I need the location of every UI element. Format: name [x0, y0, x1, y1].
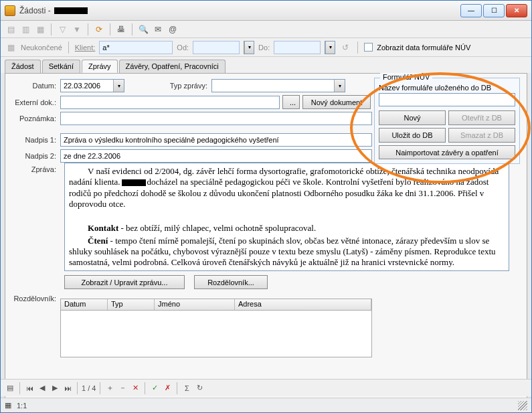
tab-strip: Žádost Setkání Zprávy Závěry, Opatření, … [1, 57, 531, 73]
rozdelovnik-label: Rozdělovník: [11, 295, 60, 303]
novy-dokument-button[interactable]: Nový dokument [302, 95, 371, 109]
filter-icon: ▽ [56, 23, 68, 35]
zprava-label: Zpráva: [11, 165, 60, 173]
col-typ[interactable]: Typ [108, 299, 155, 310]
klient-label[interactable]: Klient: [75, 44, 96, 52]
tab-zpravy[interactable]: Zprávy [82, 60, 118, 73]
nuv-title: Formulář NÚV [380, 73, 432, 81]
nadpis1-label: Nadpis 1: [11, 136, 60, 144]
nadpis1-input[interactable] [60, 133, 372, 147]
calendar-reset-icon[interactable]: ↺ [339, 42, 351, 54]
nav-sep: / [88, 384, 90, 392]
externi-label: Externí dok.: [11, 98, 60, 106]
app-window: Žádosti - — ☐ ✕ ▤ ▥ ▦ ▽ ▼ ⟳ 🖶 🔍 ✉ @ ▦ Ne… [0, 0, 532, 413]
od-label: Od: [177, 44, 189, 52]
col-jmeno[interactable]: Jméno [155, 299, 235, 310]
record-navigator: ▤ ⏮ ◀ ▶ ⏭ 1 / 4 ＋ － ✕ ✓ ✗ Σ ↻ [1, 379, 531, 396]
minimize-button[interactable]: — [460, 4, 482, 17]
save-icon: ▦ [34, 23, 46, 35]
grid-body[interactable] [60, 311, 372, 357]
nav-cancel-icon[interactable]: ✗ [162, 384, 173, 392]
do-label: Do: [258, 44, 270, 52]
do-dropdown[interactable]: ▾ [325, 41, 335, 54]
col-adresa[interactable]: Adresa [235, 299, 371, 310]
nav-total: 4 [92, 384, 96, 392]
nadpis2-input[interactable] [60, 149, 372, 163]
at-icon[interactable]: @ [167, 23, 179, 35]
externi-input[interactable] [60, 96, 280, 109]
zprava-textarea[interactable]: V naší evidenci od 2/2004, dg. závěr leh… [64, 163, 509, 271]
nav-reload-icon[interactable]: ↻ [194, 384, 205, 392]
nav-prev-icon[interactable]: ◀ [37, 384, 48, 392]
nav-last-icon[interactable]: ⏭ [62, 384, 73, 392]
typ-label: Typ zprávy: [124, 82, 211, 90]
open-icon: ▥ [19, 23, 31, 35]
klient-input[interactable] [99, 41, 173, 54]
window-title: Žádosti - [19, 6, 88, 15]
nuv-smazat-button: Smazat z DB [448, 128, 515, 143]
group-icon[interactable]: ▤ [5, 384, 15, 392]
nuv-nazev-label: Název formuláře uloženého do DB [379, 84, 515, 92]
resize-grip[interactable] [518, 401, 527, 410]
nav-goto-icon[interactable]: Σ [181, 384, 192, 392]
nav-next-icon[interactable]: ▶ [50, 384, 60, 392]
status-ratio: 1:1 [17, 402, 27, 410]
nav-ok-icon[interactable]: ✓ [149, 384, 160, 392]
refresh-icon[interactable]: ⟳ [93, 23, 105, 35]
close-button[interactable]: ✕ [506, 4, 527, 17]
nuv-import-button[interactable]: Naimportovat závěry a opatření [379, 145, 515, 159]
nav-sub-icon[interactable]: － [117, 383, 128, 393]
filter2-icon: ▼ [71, 23, 83, 35]
zobrazit-upravit-button[interactable]: Zobrazit / Upravit zprávu... [64, 275, 185, 289]
new-icon: ▤ [5, 23, 17, 35]
od-input[interactable] [193, 41, 240, 54]
status-bar: ▦ 1:1 [1, 398, 531, 412]
datum-label: Datum: [11, 82, 60, 90]
nav-del-icon[interactable]: ✕ [130, 384, 141, 392]
mail-icon[interactable]: ✉ [152, 23, 164, 35]
title-bar: Žádosti - — ☐ ✕ [1, 1, 531, 21]
nav-pos: 1 [82, 384, 86, 392]
rozdelovnik-button[interactable]: Rozdělovník... [194, 275, 268, 289]
nav-first-icon[interactable]: ⏮ [24, 384, 35, 392]
nuv-otevrit-button: Otevřít z DB [448, 110, 515, 125]
toolbar: ▤ ▥ ▦ ▽ ▼ ⟳ 🖶 🔍 ✉ @ [1, 21, 531, 38]
typ-dropdown[interactable]: ▾ [211, 79, 345, 92]
nuv-panel: Formulář NÚV Název formuláře uloženého d… [374, 78, 520, 164]
nuv-ulozit-button[interactable]: Uložit do DB [379, 128, 446, 143]
neukoncene-label[interactable]: Neukončené [21, 44, 62, 52]
app-icon [5, 5, 15, 16]
tab-zadost[interactable]: Žádost [5, 60, 41, 73]
print-icon[interactable]: 🖶 [115, 23, 127, 35]
do-input[interactable] [274, 41, 321, 54]
poznamka-input[interactable] [60, 112, 372, 125]
nuv-novy-button[interactable]: Nový [379, 110, 446, 125]
preview-icon[interactable]: 🔍 [137, 23, 149, 35]
grid-header: Datum Typ Jméno Adresa [60, 299, 372, 311]
col-datum[interactable]: Datum [61, 299, 108, 310]
nadpis2-label: Nadpis 2: [11, 152, 60, 160]
nuv-nazev-input[interactable] [379, 93, 515, 106]
datum-input[interactable]: 22.03.2006▾ [60, 79, 124, 92]
status-grid-icon[interactable]: ▦ [5, 401, 11, 410]
filter-bar: ▦ Neukončené Klient: Od: ▾ Do: ▾ ↺ Zobra… [1, 38, 531, 57]
nuv-checkbox[interactable] [364, 43, 373, 52]
maximize-button[interactable]: ☐ [483, 4, 505, 17]
tab-content: Datum: 22.03.2006▾ Typ zprávy: ▾ Externí… [5, 73, 527, 402]
browse-button[interactable]: ... [282, 95, 300, 109]
poznamka-label: Poznámka: [11, 114, 60, 122]
tab-setkani[interactable]: Setkání [42, 60, 80, 73]
tab-zavery[interactable]: Závěry, Opatření, Pracovníci [119, 60, 226, 73]
filter-doc-icon: ▦ [5, 42, 17, 54]
nav-add-icon[interactable]: ＋ [104, 383, 115, 393]
od-dropdown[interactable]: ▾ [244, 41, 254, 54]
nuv-checkbox-label: Zobrazit data formuláře NÚV [377, 44, 470, 52]
